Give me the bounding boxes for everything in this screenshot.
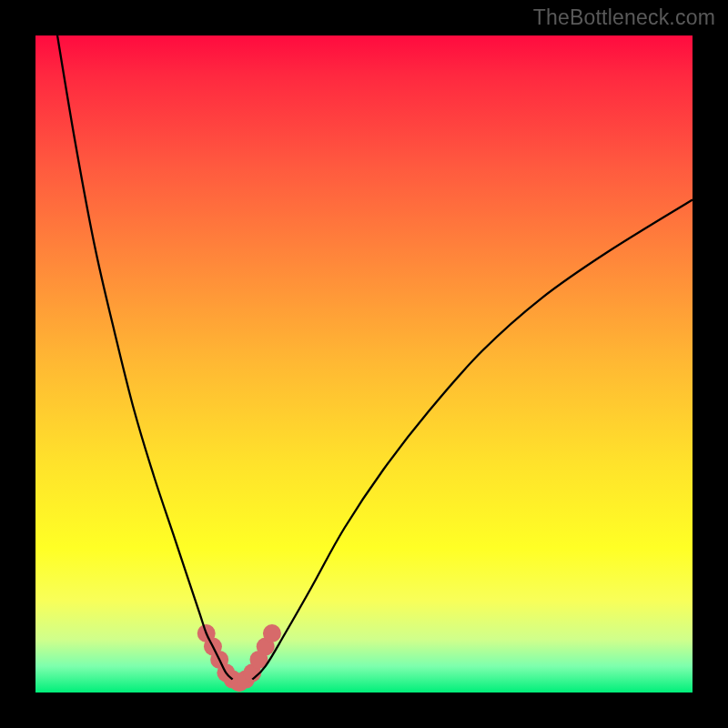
chart-frame: TheBottleneck.com [0, 0, 728, 728]
curve-svg [35, 35, 693, 693]
right-branch-path [252, 200, 693, 680]
left-branch-path [56, 23, 233, 680]
valley-markers [197, 624, 281, 692]
plot-area [35, 35, 693, 693]
watermark-text: TheBottleneck.com [533, 5, 715, 30]
valley-marker [263, 624, 281, 642]
